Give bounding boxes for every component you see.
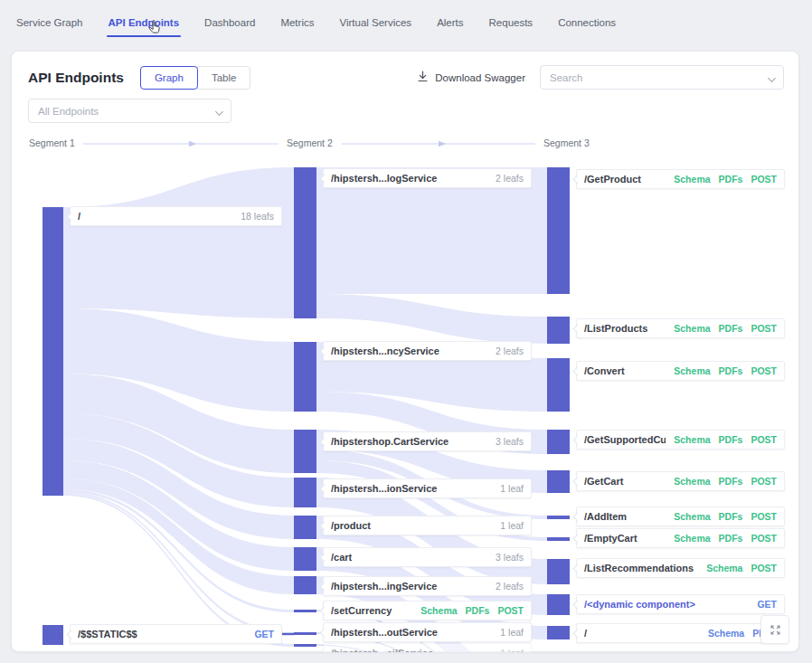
get-link[interactable]: GET (254, 629, 274, 639)
schema-link[interactable]: Schema (674, 476, 710, 487)
sankey-node-bar-getsupportedcurrencies[interactable] (547, 430, 570, 454)
endpoint-label: /GetSupportedCurrencies (584, 434, 666, 445)
endpoint-node-additem[interactable]: /AddItemSchemaPDFsPOST (576, 507, 785, 526)
endpoint-node-setcurrency[interactable]: /setCurrencySchemaPDFsPOST (323, 601, 532, 620)
schema-link[interactable]: Schema (674, 434, 710, 445)
nav-item-alerts[interactable]: Alerts (437, 17, 463, 28)
endpoint-label: / (584, 628, 700, 639)
expand-arrows-icon (769, 623, 782, 637)
endpoint-node-hipstersh-ingservice[interactable]: /hipstersh...ingService2 leafs (323, 576, 532, 596)
endpoint-node-hipstersh-ailservice[interactable]: /hipstersh...ailService1 leaf (323, 643, 532, 652)
sankey-node-bar-cart[interactable] (294, 547, 316, 571)
schema-link[interactable]: Schema (420, 605, 457, 616)
toolbar: API Endpoints GraphTable Download Swagge… (12, 52, 798, 90)
sankey-node-bar-additem[interactable] (547, 516, 570, 519)
pdfs-link[interactable]: PDFs (719, 434, 743, 445)
endpoint-node-convert[interactable]: /ConvertSchemaPDFsPOST (576, 361, 785, 381)
sankey-node-bar-hipstersh-ailservice[interactable] (294, 644, 316, 647)
sankey-node-bar-root[interactable] (547, 626, 570, 639)
endpoint-node-root[interactable]: /SchemaPDFs (576, 623, 785, 643)
endpoint-node-cart[interactable]: /cart3 leafs (323, 547, 532, 567)
sankey-flow-ribbon (316, 294, 547, 344)
schema-link[interactable]: Schema (674, 174, 710, 185)
endpoint-filter-select[interactable]: All Endpoints (28, 99, 231, 123)
endpoint-label: /Convert (584, 365, 666, 376)
schema-link[interactable]: Schema (674, 511, 710, 522)
nav-item-virtual-services[interactable]: Virtual Services (339, 17, 411, 28)
schema-link[interactable]: Schema (674, 365, 710, 376)
segment-header-2: Segment 2 (287, 137, 333, 148)
pdfs-link[interactable]: PDFs (466, 605, 490, 616)
search-input[interactable] (541, 72, 783, 83)
endpoint-node-dynamic-component[interactable]: /<dynamic component>GET (576, 594, 785, 614)
endpoint-node-getsupportedcurrencies[interactable]: /GetSupportedCurrenciesSchemaPDFsPOST (576, 430, 785, 450)
nav-item-api-endpoints[interactable]: API Endpoints (109, 17, 180, 28)
sankey-node-bar-hipstersh-outservice[interactable] (294, 632, 316, 635)
sankey-node-bar-dynamic-component[interactable] (547, 594, 570, 615)
sankey-node-bar-getproduct[interactable] (547, 167, 570, 294)
sankey-node-bar-static[interactable] (42, 625, 63, 645)
sankey-node-bar-listproducts[interactable] (547, 317, 570, 344)
endpoint-node-product[interactable]: /product1 leaf (323, 516, 532, 535)
sankey-node-bar-listrecommendations[interactable] (547, 559, 570, 584)
post-link[interactable]: POST (751, 365, 777, 376)
pdfs-link[interactable]: PDFs (719, 511, 743, 522)
pdfs-link[interactable]: PDFs (719, 533, 743, 544)
sankey-node-bar-emptycart[interactable] (547, 537, 570, 541)
endpoint-node-listproducts[interactable]: /ListProductsSchemaPDFsPOST (576, 318, 785, 338)
sankey-node-bar-hipstersh-ingservice[interactable] (294, 576, 316, 594)
endpoint-node-root[interactable]: /18 leafs (70, 206, 282, 226)
endpoint-node-listrecommendations[interactable]: /ListRecommendationsSchemaPOST (576, 558, 785, 578)
nav-item-connections[interactable]: Connections (558, 17, 616, 28)
view-toggle-table[interactable]: Table (197, 66, 251, 90)
endpoint-node-getproduct[interactable]: /GetProductSchemaPDFsPOST (576, 169, 785, 189)
download-label: Download Swagger (435, 72, 525, 83)
expand-graph-button[interactable] (760, 615, 789, 644)
pdfs-link[interactable]: PDFs (719, 323, 743, 334)
post-link[interactable]: POST (751, 511, 777, 522)
sankey-node-bar-hipstershop-cartservice[interactable] (294, 430, 316, 473)
nav-item-service-graph[interactable]: Service Graph (16, 17, 83, 28)
sankey-node-bar-convert[interactable] (547, 358, 570, 412)
nav-item-requests[interactable]: Requests (489, 17, 533, 28)
post-link[interactable]: POST (751, 563, 777, 573)
nav-item-metrics[interactable]: Metrics (280, 17, 314, 28)
get-link[interactable]: GET (757, 599, 777, 610)
sankey-node-bar-root[interactable] (42, 207, 63, 496)
sankey-node-bar-hipstersh-logservice[interactable] (294, 167, 316, 318)
sankey-node-bar-getcart[interactable] (547, 470, 570, 493)
endpoint-node-hipstersh-ncyservice[interactable]: /hipstersh...ncyService2 leafs (323, 341, 532, 361)
endpoint-label: /cart (331, 552, 488, 563)
endpoint-node-hipstersh-outservice[interactable]: /hipstersh...outService1 leaf (323, 622, 532, 642)
sankey-node-bar-hipstersh-ncyservice[interactable] (294, 342, 316, 412)
top-nav: Service GraphAPI EndpointsDashboardMetri… (0, 0, 812, 45)
endpoint-label: /hipstershop.CartService (331, 436, 488, 447)
endpoint-node-hipstersh-ionservice[interactable]: /hipstersh...ionService1 leaf (323, 478, 532, 498)
post-link[interactable]: POST (751, 533, 777, 544)
endpoint-node-hipstershop-cartservice[interactable]: /hipstershop.CartService3 leafs (323, 431, 532, 451)
sankey-node-bar-product[interactable] (294, 516, 316, 539)
sankey-node-bar-hipstersh-ionservice[interactable] (294, 478, 316, 507)
post-link[interactable]: POST (751, 323, 777, 334)
endpoint-label: /setCurrency (331, 605, 412, 616)
view-toggle-graph[interactable]: Graph (140, 66, 198, 90)
schema-link[interactable]: Schema (708, 628, 744, 639)
pdfs-link[interactable]: PDFs (719, 476, 743, 487)
schema-link[interactable]: Schema (674, 323, 710, 334)
endpoint-node-getcart[interactable]: /GetCartSchemaPDFsPOST (576, 471, 785, 491)
schema-link[interactable]: Schema (706, 563, 742, 573)
download-swagger-button[interactable]: Download Swagger (417, 71, 525, 84)
sankey-node-bar-setcurrency[interactable] (294, 610, 316, 612)
pdfs-link[interactable]: PDFs (719, 365, 743, 376)
post-link[interactable]: POST (751, 434, 777, 445)
post-link[interactable]: POST (751, 476, 777, 487)
endpoint-node-emptycart[interactable]: /EmptyCartSchemaPDFsPOST (576, 528, 785, 548)
post-link[interactable]: POST (751, 174, 777, 185)
endpoint-node-hipstersh-logservice[interactable]: /hipstersh...logService2 leafs (323, 168, 532, 188)
schema-link[interactable]: Schema (674, 533, 710, 544)
pdfs-link[interactable]: PDFs (719, 174, 743, 185)
post-link[interactable]: POST (497, 605, 524, 616)
nav-item-dashboard[interactable]: Dashboard (204, 17, 255, 28)
endpoint-node-static[interactable]: /$$STATIC$$GET (70, 624, 282, 644)
leaf-count: 2 leafs (496, 581, 524, 592)
